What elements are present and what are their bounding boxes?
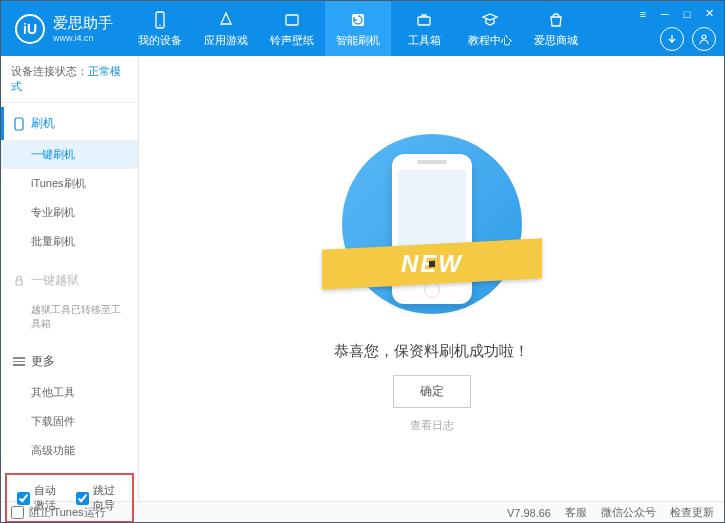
download-button[interactable] bbox=[660, 27, 684, 51]
hamburger-icon bbox=[13, 357, 25, 366]
section-title: 更多 bbox=[31, 353, 55, 370]
success-illustration: NEW bbox=[332, 124, 532, 324]
nav-label: 铃声壁纸 bbox=[270, 33, 314, 48]
store-icon bbox=[546, 10, 566, 30]
block-itunes-checkbox[interactable]: 阻止iTunes运行 bbox=[11, 505, 106, 520]
section-title: 刷机 bbox=[31, 115, 55, 132]
wallpaper-icon bbox=[282, 10, 302, 30]
service-link[interactable]: 客服 bbox=[565, 505, 587, 520]
sidebar-item-other-tools[interactable]: 其他工具 bbox=[1, 378, 138, 407]
conn-label: 设备连接状态： bbox=[11, 65, 88, 77]
sidebar-section-more[interactable]: 更多 bbox=[1, 345, 138, 378]
app-name: 爱思助手 bbox=[53, 14, 113, 33]
lock-icon bbox=[13, 275, 25, 287]
sidebar-section-jailbreak[interactable]: 一键越狱 bbox=[1, 264, 138, 297]
logo-icon: iU bbox=[15, 14, 45, 44]
nav-toolbox[interactable]: 工具箱 bbox=[391, 1, 457, 56]
svg-rect-7 bbox=[16, 280, 22, 285]
logo-area: iU 爱思助手 www.i4.cn bbox=[1, 14, 127, 44]
svg-rect-6 bbox=[15, 118, 23, 130]
user-button[interactable] bbox=[692, 27, 716, 51]
success-message: 恭喜您，保资料刷机成功啦！ bbox=[334, 342, 529, 361]
maximize-button[interactable]: □ bbox=[680, 7, 694, 21]
flash-icon bbox=[348, 10, 368, 30]
ribbon-text: NEW bbox=[401, 250, 463, 278]
connection-status: 设备连接状态：正常模式 bbox=[1, 56, 138, 103]
sidebar-section-flash[interactable]: 刷机 bbox=[1, 107, 138, 140]
sidebar-item-advanced[interactable]: 高级功能 bbox=[1, 436, 138, 465]
nav-smart-flash[interactable]: 智能刷机 bbox=[325, 1, 391, 56]
nav-label: 我的设备 bbox=[138, 33, 182, 48]
titlebar: iU 爱思助手 www.i4.cn 我的设备 应用游戏 铃声壁纸 智能刷机 工具… bbox=[1, 1, 724, 56]
jailbreak-note: 越狱工具已转移至工具箱 bbox=[1, 297, 138, 337]
sidebar-item-batch-flash[interactable]: 批量刷机 bbox=[1, 227, 138, 256]
top-nav: 我的设备 应用游戏 铃声壁纸 智能刷机 工具箱 教程中心 爱思商城 bbox=[127, 1, 636, 56]
nav-label: 爱思商城 bbox=[534, 33, 578, 48]
toolbox-icon bbox=[414, 10, 434, 30]
version-label: V7.98.66 bbox=[507, 507, 551, 519]
sidebar: 设备连接状态：正常模式 刷机 一键刷机 iTunes刷机 专业刷机 批量刷机 一… bbox=[1, 56, 139, 501]
nav-label: 工具箱 bbox=[408, 33, 441, 48]
svg-rect-2 bbox=[286, 15, 298, 25]
sidebar-item-pro-flash[interactable]: 专业刷机 bbox=[1, 198, 138, 227]
nav-label: 智能刷机 bbox=[336, 33, 380, 48]
window-controls: ≡ ─ □ ✕ bbox=[636, 7, 724, 51]
ok-button[interactable]: 确定 bbox=[393, 375, 471, 408]
sidebar-item-download-firmware[interactable]: 下载固件 bbox=[1, 407, 138, 436]
sidebar-item-itunes-flash[interactable]: iTunes刷机 bbox=[1, 169, 138, 198]
section-title: 一键越狱 bbox=[31, 272, 79, 289]
svg-point-1 bbox=[159, 24, 161, 26]
phone-mini-icon bbox=[13, 117, 25, 131]
nav-label: 教程中心 bbox=[468, 33, 512, 48]
menu-icon[interactable]: ≡ bbox=[636, 7, 650, 21]
nav-label: 应用游戏 bbox=[204, 33, 248, 48]
close-button[interactable]: ✕ bbox=[702, 7, 716, 21]
sidebar-item-oneclick-flash[interactable]: 一键刷机 bbox=[1, 140, 138, 169]
nav-apps-games[interactable]: 应用游戏 bbox=[193, 1, 259, 56]
main-content: NEW 恭喜您，保资料刷机成功啦！ 确定 查看日志 bbox=[139, 56, 724, 501]
svg-point-5 bbox=[702, 35, 706, 39]
tutorial-icon bbox=[480, 10, 500, 30]
nav-ringtone-wallpaper[interactable]: 铃声壁纸 bbox=[259, 1, 325, 56]
nav-tutorials[interactable]: 教程中心 bbox=[457, 1, 523, 56]
app-url: www.i4.cn bbox=[53, 33, 113, 43]
svg-rect-4 bbox=[418, 17, 430, 25]
phone-icon bbox=[150, 10, 170, 30]
checkbox-label: 阻止iTunes运行 bbox=[29, 505, 106, 520]
wechat-link[interactable]: 微信公众号 bbox=[601, 505, 656, 520]
view-log-link[interactable]: 查看日志 bbox=[410, 418, 454, 433]
apps-icon bbox=[216, 10, 236, 30]
check-update-link[interactable]: 检查更新 bbox=[670, 505, 714, 520]
minimize-button[interactable]: ─ bbox=[658, 7, 672, 21]
nav-my-device[interactable]: 我的设备 bbox=[127, 1, 193, 56]
nav-store[interactable]: 爱思商城 bbox=[523, 1, 589, 56]
